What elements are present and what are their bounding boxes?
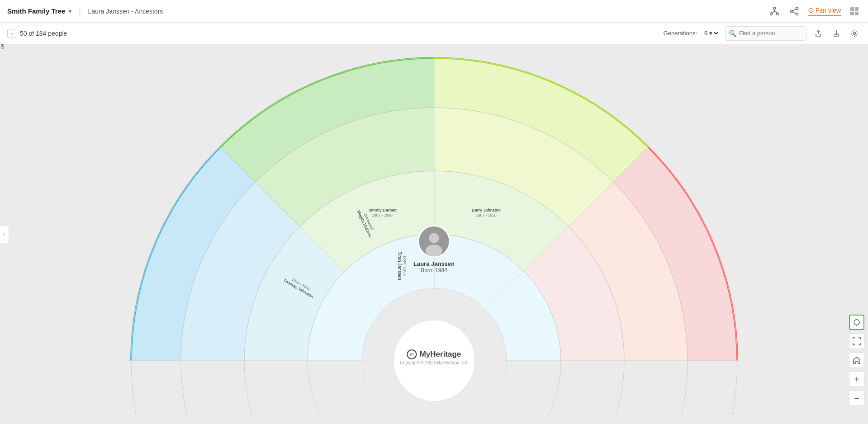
fan-view-label: Fan view — [816, 7, 841, 14]
logo-icon: ⊙ — [407, 349, 417, 359]
center-person-name: Laura Janssen — [413, 260, 455, 267]
label-martha-years: Deceased — [0, 44, 5, 49]
header-separator: | — [79, 7, 81, 15]
zoom-in-button[interactable]: + — [849, 372, 864, 387]
logo-text: MyHeritage — [420, 350, 461, 359]
generations-select[interactable]: 6 ▾ 4 5 7 — [702, 29, 720, 37]
download-icon[interactable] — [830, 27, 843, 40]
collapse-button[interactable]: ‹ — [7, 29, 16, 38]
header-left: Smith Family Tree ▾ | Laura Janssen - An… — [7, 7, 163, 15]
header: Smith Family Tree ▾ | Laura Janssen - An… — [0, 0, 868, 23]
logo: ⊙ MyHeritage — [400, 349, 468, 359]
main-canvas: Jozef Janssen 1907 - 1987 Biran Janssen … — [0, 44, 868, 424]
svg-text:Tammy Barnett: Tammy Barnett — [368, 207, 397, 212]
svg-line-5 — [774, 11, 778, 13]
svg-text:1887 - 1958: 1887 - 1958 — [476, 213, 497, 217]
lasso-button[interactable] — [849, 315, 864, 330]
logo-area: ⊙ MyHeritage Copyright © 2023 MyHeritage… — [400, 349, 468, 365]
share-action-icon[interactable] — [812, 27, 825, 40]
center-person[interactable]: Laura Janssen Born: 1984 — [413, 225, 455, 273]
svg-rect-11 — [850, 7, 854, 11]
people-count: 50 of 184 people — [20, 30, 67, 37]
grid-view-icon[interactable] — [848, 5, 861, 18]
svg-line-10 — [792, 12, 796, 14]
toolbar-right: Generations: 6 ▾ 4 5 7 🔍 — [664, 26, 861, 41]
tree-title[interactable]: Smith Family Tree — [7, 7, 65, 15]
svg-point-58 — [429, 233, 439, 243]
svg-text:Born: 1953: Born: 1953 — [403, 256, 407, 276]
svg-text:Barry Johnston: Barry Johnston — [472, 207, 501, 212]
home-button[interactable] — [849, 353, 864, 368]
tree-icon[interactable] — [768, 5, 781, 18]
svg-point-8 — [796, 13, 798, 15]
svg-point-7 — [790, 10, 792, 12]
breadcrumb: Laura Janssen - Ancestors — [88, 8, 163, 15]
zoom-out-button[interactable]: − — [849, 391, 864, 406]
fan-view-icon: ⊙ — [808, 6, 814, 14]
svg-rect-12 — [855, 7, 859, 11]
generations-label: Generations: — [664, 30, 697, 37]
svg-rect-14 — [855, 12, 859, 15]
svg-line-9 — [792, 9, 796, 11]
svg-point-0 — [773, 7, 775, 9]
find-person-wrapper: 🔍 — [725, 26, 806, 41]
tree-title-caret[interactable]: ▾ — [69, 8, 71, 14]
svg-point-2 — [776, 13, 778, 15]
toolbar-left: ‹ 50 of 184 people — [7, 29, 67, 38]
svg-point-15 — [854, 32, 856, 34]
svg-line-4 — [771, 11, 774, 13]
find-person-input[interactable] — [725, 26, 806, 41]
right-sidebar: + − — [845, 44, 868, 424]
center-person-birth: Born: 1984 — [413, 267, 455, 273]
fullscreen-button[interactable] — [849, 334, 864, 349]
center-avatar — [417, 225, 450, 258]
svg-text:1881 - 1960: 1881 - 1960 — [372, 213, 393, 217]
svg-text:Biran Janssen: Biran Janssen — [397, 251, 402, 280]
svg-point-1 — [770, 13, 772, 15]
svg-point-60 — [854, 320, 859, 325]
logo-copyright: Copyright © 2023 MyHeritage Ltd. — [400, 360, 468, 365]
svg-point-6 — [796, 7, 798, 9]
fan-view-button[interactable]: ⊙ Fan view — [808, 6, 841, 16]
settings-icon[interactable] — [848, 27, 861, 40]
header-right: ⊙ Fan view — [768, 5, 861, 18]
label-martha[interactable]: Martha de Jong Deceased — [0, 44, 5, 49]
svg-rect-13 — [850, 12, 854, 15]
svg-point-59 — [426, 245, 442, 256]
toolbar: ‹ 50 of 184 people Generations: 6 ▾ 4 5 … — [0, 23, 868, 44]
share-icon[interactable] — [788, 5, 801, 18]
left-collapse-arrow[interactable]: ‹ — [0, 225, 9, 243]
